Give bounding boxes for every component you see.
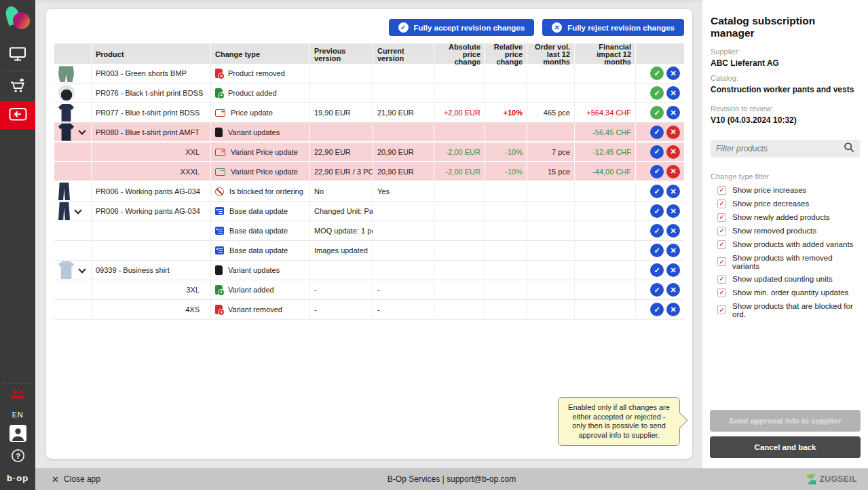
reject-change-button[interactable]: ✕ [666,185,680,198]
change-type-filter-item[interactable]: Show products with removed variants [711,251,860,272]
fully-reject-button[interactable]: ✕ Fully reject revision changes [542,19,684,36]
users-red-icon [10,390,26,402]
accept-change-button[interactable]: ✓ [650,67,664,80]
reject-change-button[interactable]: ✕ [666,283,680,297]
sidebar-item-catalog-revisions[interactable] [0,101,35,130]
search-icon[interactable] [844,142,854,155]
change-type-filter-item[interactable]: Show updated counting units [711,272,860,286]
accept-change-button[interactable]: ✓ [650,86,664,100]
current-version: - [373,280,434,299]
header-change-type: Change type [211,43,310,66]
change-type-filter-item[interactable]: Show removed products [711,224,860,238]
sidebar-item-help[interactable]: ? [0,446,35,468]
current-version [373,83,434,102]
reject-change-button[interactable]: ✕ [666,67,680,80]
change-type-label: Product added [228,89,277,97]
sidebar-item-cart[interactable] [0,73,35,101]
change-type-filter-item[interactable]: Show products that are blocked for ord. [711,299,860,320]
cancel-and-back-button[interactable]: Cancel and back [710,436,861,458]
order-volume [527,261,575,280]
accept-change-button[interactable]: ✓ [650,126,664,139]
catalog-subscription-panel: Catalog subscription manager Supplier: A… [702,0,868,468]
accept-change-button[interactable]: ✓ [650,185,664,198]
absolute-price-change [434,241,485,260]
financial-impact: +564.34 CHF [575,103,636,122]
expand-chevron-icon[interactable] [78,265,86,273]
zugseil-brand-label: ZUGSEIL [819,474,857,484]
table-header: Product Change type Previous version Cur… [54,43,684,64]
sidebar-item-partners[interactable] [0,385,35,407]
accept-change-button[interactable]: ✓ [650,165,664,178]
change-type-label: Product removed [228,69,285,77]
accept-change-button[interactable]: ✓ [650,263,664,277]
accept-change-button[interactable]: ✓ [650,145,664,159]
previous-version: 22,90 EUR [310,143,373,161]
filter-products-input[interactable] [716,144,844,153]
checkbox-icon[interactable] [717,275,726,284]
relative-price-change [485,202,527,221]
accept-change-button[interactable]: ✓ [650,303,664,316]
change-type-filter-item[interactable]: Show products with added variants [711,238,860,251]
reject-change-button[interactable]: ✕ [666,106,680,119]
relative-price-change [485,300,527,319]
footer-support-text: B-Op Services | support@b-op.com [35,474,868,484]
language-label[interactable]: EN [12,411,23,419]
relative-price-change [485,261,527,280]
change-type-filter-item[interactable]: Show price increases [711,183,860,197]
product-name: 4XS [92,300,211,319]
reject-change-button[interactable]: ✕ [666,224,680,238]
reject-change-button[interactable]: ✕ [666,244,680,257]
reject-change-button[interactable]: ✕ [666,165,680,178]
reject-change-button[interactable]: ✕ [666,86,680,100]
accept-change-button[interactable]: ✓ [650,244,664,257]
change-type-filter-item[interactable]: Show min. order quantity updates [711,286,860,299]
accept-change-button[interactable]: ✓ [650,283,664,297]
change-type-icon [215,305,223,314]
previous-version: 19,90 EUR [310,103,373,122]
change-type-icon [215,246,224,255]
relative-price-change [485,182,527,201]
checkbox-icon[interactable] [717,227,726,235]
checkbox-icon[interactable] [717,186,726,195]
fully-accept-button[interactable]: ✓ Fully accept revision changes [389,19,535,36]
table-row: PR003 - Green shorts BMP Product removed… [54,64,684,83]
sidebar-item-profile[interactable] [0,423,35,446]
reject-change-button[interactable]: ✕ [666,204,680,218]
relative-price-change [485,123,527,141]
checkbox-icon[interactable] [717,305,726,314]
close-app-button[interactable]: ✕ Close app [52,474,100,485]
reject-change-button[interactable]: ✕ [666,303,680,316]
product-image [58,104,74,121]
checkbox-icon[interactable] [717,200,726,208]
change-type-label: Base data update [229,227,288,235]
checkbox-icon[interactable] [717,240,726,249]
change-type-label: Variant removed [228,305,282,314]
checkbox-label: Show removed products [732,227,816,235]
absolute-price-change [434,123,485,141]
absolute-price-change [434,83,485,102]
accept-change-button[interactable]: ✓ [650,106,664,119]
checkbox-icon[interactable] [717,213,726,222]
checkbox-icon[interactable] [717,288,726,297]
reject-change-button[interactable]: ✕ [666,126,680,139]
absolute-price-change: -2,00 EUR [434,143,485,161]
previous-version: 22,90 EUR / 3 PCS [310,162,373,181]
relative-price-change [485,64,527,83]
financial-impact: -44,00 CHF [575,162,636,181]
accept-change-button[interactable]: ✓ [650,224,664,238]
sidebar-item-monitor[interactable] [0,41,35,69]
reject-change-button[interactable]: ✕ [666,145,680,159]
absolute-price-change [434,280,485,299]
send-approval-button[interactable]: Send approval info to supplier [710,410,861,432]
expand-chevron-icon[interactable] [74,206,81,214]
accept-change-button[interactable]: ✓ [650,204,664,218]
change-type-icon [215,149,225,156]
reject-change-button[interactable]: ✕ [666,263,680,277]
checkbox-icon[interactable] [717,257,726,266]
change-type-filter-item[interactable]: Show price decreases [711,197,860,210]
expand-chevron-icon[interactable] [78,127,86,134]
change-type-filter-item[interactable]: Show newly added products [711,210,860,224]
financial-impact [575,300,636,319]
absolute-price-change [434,261,485,280]
table-row: PR076 - Black t-shirt print BDSS Product… [54,83,684,103]
